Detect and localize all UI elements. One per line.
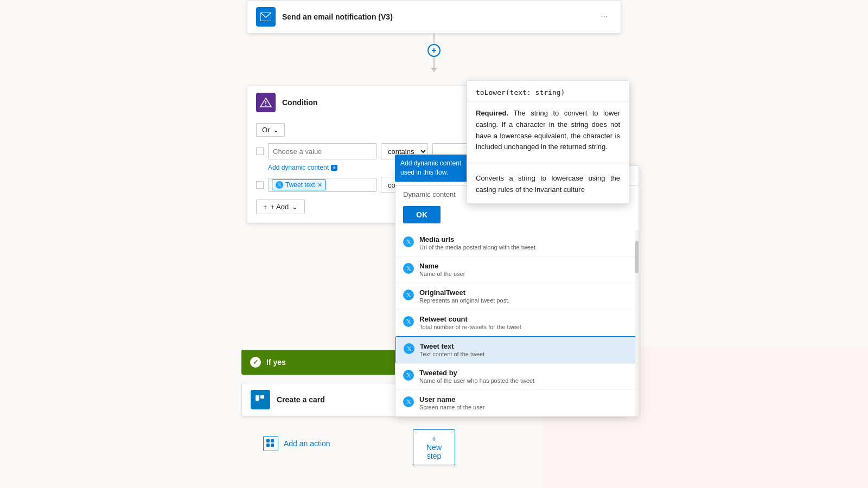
canvas: Send an email notification (V3) ··· + Co… [0, 0, 868, 488]
twitter-icon-tweeted-by: 𝕏 [403, 370, 414, 381]
chevron-down-icon: ⌄ [273, 126, 279, 134]
svg-point-3 [265, 105, 266, 106]
required-label: Required. [476, 109, 513, 117]
condition-step-icon [256, 93, 276, 112]
svg-rect-6 [266, 439, 270, 442]
add-dynamic-label-1: Add dynamic content [268, 164, 329, 171]
dynamic-item-content-tweet-text: Tweet text Text content of the tweet [420, 342, 630, 357]
or-label: Or [262, 126, 270, 134]
choose-value-input-1[interactable] [268, 143, 376, 159]
email-step-header: Send an email notification (V3) ··· [247, 1, 621, 33]
original-tweet-title: OriginalTweet [419, 288, 631, 297]
original-tweet-desc: Represents an original tweet post. [419, 297, 631, 304]
if-yes-checkmark: ✓ [250, 357, 261, 368]
add-condition-label: + Add [271, 203, 289, 211]
add-step-circle-1[interactable]: + [427, 44, 441, 57]
add-condition-button[interactable]: + + Add ⌄ [256, 200, 305, 214]
tweet-text-title: Tweet text [420, 342, 630, 350]
tweet-tag-container: 𝕏 Tweet text ✕ [268, 178, 376, 192]
twitter-icon-tag: 𝕏 [276, 181, 283, 189]
dynamic-item-media-urls[interactable]: 𝕏 Media urls Url of the media posted alo… [395, 230, 639, 256]
svg-rect-7 [271, 439, 274, 442]
function-description-2: Converts a string to lowercase using the… [467, 169, 629, 203]
twitter-icon-user-name: 𝕏 [403, 396, 414, 407]
new-step-label: + New step [426, 434, 442, 460]
if-yes-label: If yes [266, 358, 286, 367]
dynamic-item-content-retweet: Retweet count Total number of re-tweets … [419, 315, 631, 330]
svg-rect-8 [266, 444, 270, 447]
email-step-title: Send an email notification (V3) [282, 12, 590, 21]
dynamic-item-retweet-count[interactable]: 𝕏 Retweet count Total number of re-tweet… [395, 310, 639, 336]
twitter-icon-name: 𝕏 [403, 263, 414, 274]
name-title: Name [419, 262, 631, 270]
add-action-area: Add an action [263, 436, 330, 451]
tweeted-by-desc: Name of the user who has posted the twee… [419, 377, 631, 384]
add-dynamic-tooltip-text: Add dynamic content used in this flow. [400, 159, 461, 176]
dynamic-item-original-tweet[interactable]: 𝕏 OriginalTweet Represents an original t… [395, 283, 639, 310]
new-step-button[interactable]: + New step [413, 429, 455, 465]
connector-line-2 [433, 57, 435, 68]
dynamic-item-content-name: Name Name of the user [419, 262, 631, 277]
twitter-icon-original: 𝕏 [403, 290, 414, 300]
tooltip-divider [467, 164, 629, 164]
media-urls-desc: Url of the media posted along with the t… [419, 244, 631, 251]
svg-rect-4 [256, 395, 259, 401]
name-desc: Name of the user [419, 271, 631, 277]
twitter-icon-retweet: 𝕏 [403, 316, 414, 327]
dynamic-item-content-media: Media urls Url of the media posted along… [419, 235, 631, 251]
user-name-title: User name [419, 395, 631, 403]
dynamic-items-list: 𝕏 Media urls Url of the media posted alo… [395, 230, 639, 416]
connector-1: + [427, 33, 441, 72]
add-dynamic-tooltip: Add dynamic content used in this flow. [395, 155, 476, 182]
trello-step-icon [251, 390, 270, 409]
email-step-card: Send an email notification (V3) ··· [247, 0, 621, 34]
dynamic-item-user-name[interactable]: 𝕏 User name Screen name of the user [395, 390, 639, 416]
dynamic-item-name[interactable]: 𝕏 Name Name of the user [395, 256, 639, 283]
retweet-count-title: Retweet count [419, 315, 631, 323]
twitter-icon-media: 𝕏 [403, 236, 414, 247]
function-tooltip-panel: toLower(text: string) Required. The stri… [467, 80, 629, 204]
connector-line-1 [433, 33, 435, 44]
add-action-icon [263, 436, 278, 451]
scrollbar-thumb[interactable] [635, 241, 639, 273]
dynamic-item-content-user-name: User name Screen name of the user [419, 395, 631, 410]
tweeted-by-title: Tweeted by [419, 369, 631, 377]
dynamic-item-tweet-text[interactable]: 𝕏 Tweet text Text content of the tweet [395, 336, 639, 363]
function-signature: toLower(text: string) [467, 81, 629, 101]
connector-arrow-1 [431, 68, 437, 72]
condition-checkbox-2[interactable] [256, 181, 264, 189]
tweet-tag-label: Tweet text [285, 181, 315, 189]
dynamic-item-tweeted-by[interactable]: 𝕏 Tweeted by Name of the user who has po… [395, 363, 639, 390]
add-icon: + [263, 203, 267, 211]
tweet-text-desc: Text content of the tweet [420, 351, 630, 357]
dynamic-item-content-original: OriginalTweet Represents an original twe… [419, 288, 631, 304]
twitter-icon-tweet-text: 𝕏 [404, 343, 414, 354]
ok-button[interactable]: OK [403, 206, 441, 223]
svg-rect-5 [260, 395, 264, 399]
condition-checkbox-1[interactable] [256, 147, 264, 155]
dynamic-item-content-tweeted-by: Tweeted by Name of the user who has post… [419, 369, 631, 384]
media-urls-title: Media urls [419, 235, 631, 243]
svg-rect-9 [271, 444, 274, 447]
tag-close-button[interactable]: ✕ [317, 182, 322, 189]
chevron-down-icon-2: ⌄ [292, 203, 298, 211]
or-button[interactable]: Or ⌄ [256, 123, 285, 137]
function-description-1: Required. The string to convert to lower… [467, 101, 629, 159]
tweet-text-tag: 𝕏 Tweet text ✕ [272, 179, 326, 190]
scrollbar-track [635, 230, 639, 416]
retweet-count-desc: Total number of re-tweets for the tweet [419, 324, 631, 330]
user-name-desc: Screen name of the user [419, 404, 631, 410]
add-dynamic-badge-1: + [331, 165, 337, 171]
email-step-icon [256, 7, 276, 27]
email-step-menu[interactable]: ··· [597, 9, 612, 24]
add-action-label[interactable]: Add an action [284, 439, 330, 448]
